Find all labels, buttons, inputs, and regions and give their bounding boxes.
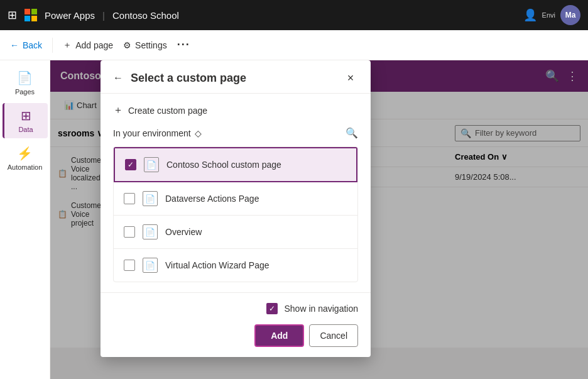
add-button[interactable]: Add [254,324,304,347]
settings-button[interactable]: ⚙ Settings [123,40,167,50]
env-search-icon[interactable]: 🔍 [346,127,358,139]
sidebar-item-automation[interactable]: ⚡ Automation [3,141,48,176]
cancel-button[interactable]: Cancel [309,324,358,347]
topbar: ⊞ Power Apps | Contoso School 👤 Envi Ma [0,0,588,30]
modal-close-button[interactable]: × [343,70,358,85]
more-button[interactable]: ··· [177,38,190,52]
page-name-1: Dataverse Actions Page [165,194,259,204]
topbar-separator: | [102,10,105,21]
ms-logo [24,9,37,21]
plus-icon: ＋ [63,40,72,51]
modal-back-button[interactable]: ← [113,72,123,84]
environment-label: In your environment ◇ [113,128,202,138]
page-name-2: Overview [165,227,202,237]
modal-overlay: ← Select a custom page × ＋ Create custom… [50,60,588,379]
avatar-initials: Ma [565,11,576,19]
page-item-2[interactable]: 📄 Overview [114,216,357,249]
sidebar-item-data[interactable]: ⊞ Data [3,103,48,138]
page-doc-icon-3: 📄 [143,258,158,273]
page-item-0[interactable]: 📄 Contoso School custom page [114,147,357,182]
sidebar-pages-label: Pages [15,88,35,96]
footer-buttons: Add Cancel [113,324,358,347]
gear-icon: ⚙ [123,40,131,50]
back-arrow-icon: ← [10,40,19,50]
actionbar: ← Back ＋ Add page ⚙ Settings ··· [0,30,588,60]
modal-header: ← Select a custom page × [101,60,371,94]
show-nav-checkbox[interactable] [266,303,278,314]
back-button[interactable]: ← Back [10,40,42,50]
page-item-1[interactable]: 📄 Dataverse Actions Page [114,182,357,216]
settings-label: Settings [135,40,167,50]
env-label: Envi [542,11,555,19]
topbar-right: 👤 Envi Ma [523,5,580,25]
sidebar-automation-label: Automation [8,163,43,171]
environment-text: In your environment [113,128,191,138]
modal: ← Select a custom page × ＋ Create custom… [101,60,371,357]
pages-list: 📄 Contoso School custom page 📄 Dataverse… [113,146,358,282]
pages-icon: 📄 [17,70,33,85]
show-nav-label: Show in navigation [284,304,358,314]
page-doc-icon-2: 📄 [143,224,158,239]
workspace-name: Contoso School [112,10,179,21]
app-name: Power Apps [45,10,95,21]
main-layout: 📄 Pages ⊞ Data ⚡ Automation Contoso Scho… [0,60,588,379]
page-checkbox-1[interactable] [124,193,135,204]
page-doc-icon-0: 📄 [144,157,159,172]
plus-create-icon: ＋ [113,104,123,117]
automation-icon: ⚡ [17,146,33,161]
create-custom-page-label: Create custom page [128,106,207,116]
more-dots: ··· [177,38,190,51]
grid-icon[interactable]: ⊞ [8,8,17,22]
page-name-3: Virtual Action Wizard Page [165,260,270,270]
environment-row: In your environment ◇ 🔍 [113,127,358,139]
modal-title: Select a custom page [131,72,335,85]
add-page-button[interactable]: ＋ Add page [63,40,113,51]
modal-footer: Show in navigation Add Cancel [101,292,371,357]
page-doc-icon-1: 📄 [143,191,158,206]
page-checkbox-2[interactable] [124,226,135,238]
env-icon[interactable]: 👤 [523,8,537,22]
sidebar-data-label: Data [18,126,33,133]
avatar[interactable]: Ma [560,5,580,25]
diamond-icon: ◇ [195,128,202,138]
create-custom-page-button[interactable]: ＋ Create custom page [113,104,358,117]
page-name-0: Contoso School custom page [166,160,281,170]
page-checkbox-3[interactable] [124,260,135,271]
page-checkbox-0[interactable] [125,159,136,170]
content-area: Contoso School 🔍 ⋮ 📊 Chart ＋ New 🗑 Delet [50,60,588,379]
back-label: Back [23,40,42,50]
modal-body: ＋ Create custom page In your environment… [101,94,371,292]
page-item-3[interactable]: 📄 Virtual Action Wizard Page [114,249,357,282]
sidebar: 📄 Pages ⊞ Data ⚡ Automation [0,60,50,379]
sidebar-item-pages[interactable]: 📄 Pages [3,65,48,101]
actionbar-divider [52,38,53,53]
add-page-label: Add page [75,40,113,50]
data-icon: ⊞ [21,108,31,123]
show-nav-row: Show in navigation [113,303,358,314]
